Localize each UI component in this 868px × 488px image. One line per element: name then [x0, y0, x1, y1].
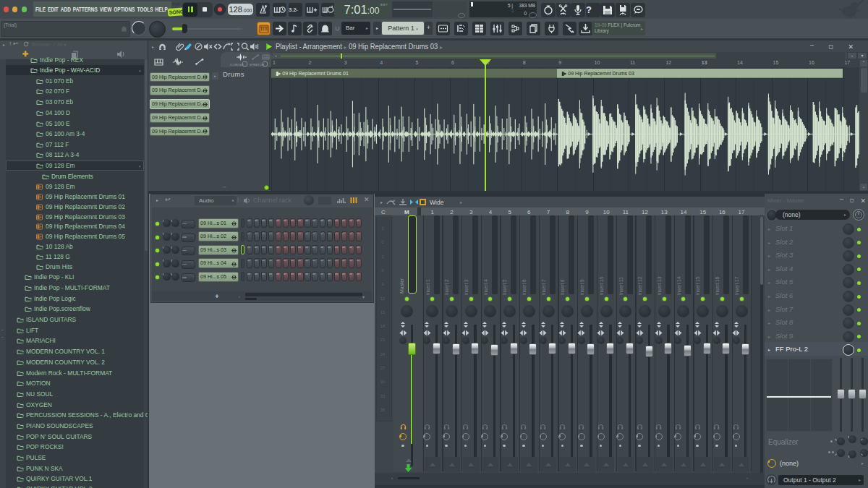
svg-text:7:01:00: 7:01:00 — [344, 3, 380, 16]
